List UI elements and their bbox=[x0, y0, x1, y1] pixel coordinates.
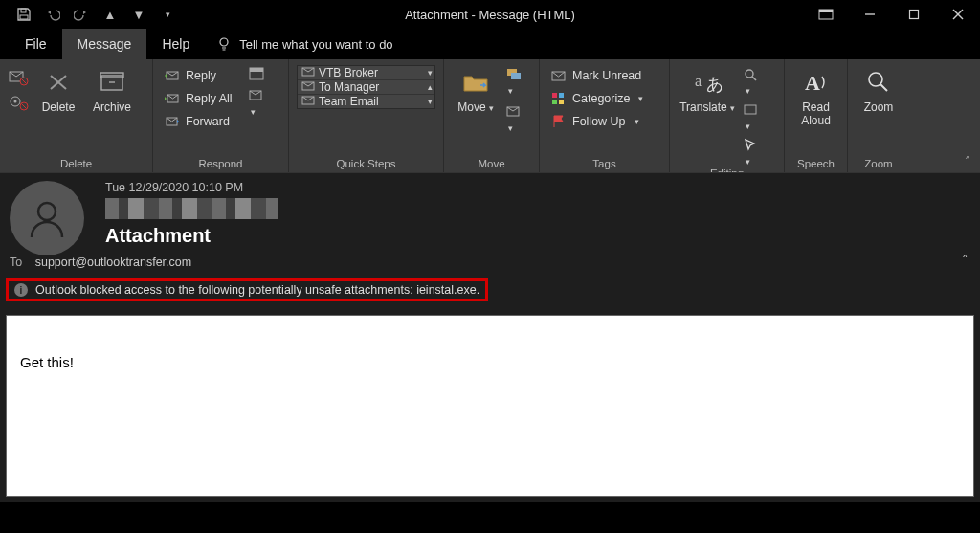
actions-icon[interactable] bbox=[505, 104, 523, 134]
group-editing: aあ Translate Editing bbox=[670, 59, 785, 172]
message-date: Tue 12/29/2020 10:10 PM bbox=[105, 181, 970, 194]
group-label-delete: Delete bbox=[8, 155, 145, 172]
svg-point-42 bbox=[746, 70, 753, 78]
info-icon: i bbox=[14, 283, 28, 297]
title-bar: ▲ ▼ ▾ Attachment - Message (HTML) bbox=[0, 0, 980, 29]
find-icon[interactable] bbox=[743, 67, 760, 97]
redo-icon[interactable] bbox=[73, 6, 90, 23]
info-bar-text: Outlook blocked access to the following … bbox=[35, 283, 479, 297]
svg-point-8 bbox=[220, 38, 228, 46]
read-aloud-button[interactable]: A Read Aloud bbox=[792, 63, 839, 127]
zoom-button[interactable]: Zoom bbox=[856, 63, 902, 114]
svg-text:A: A bbox=[805, 71, 820, 95]
group-label-zoom: Zoom bbox=[856, 155, 902, 172]
ribbon-display-options-icon[interactable] bbox=[804, 0, 848, 29]
reply-icon bbox=[165, 68, 180, 83]
window-title: Attachment - Message (HTML) bbox=[176, 8, 804, 22]
blocked-attachment-infobar[interactable]: i Outlook blocked access to the followin… bbox=[9, 281, 485, 299]
move-button[interactable]: Move bbox=[452, 63, 500, 115]
info-bar-area: i Outlook blocked access to the followin… bbox=[0, 275, 980, 309]
svg-rect-5 bbox=[910, 11, 919, 19]
ignore-icon[interactable] bbox=[8, 69, 29, 86]
tab-file[interactable]: File bbox=[10, 29, 62, 59]
archive-button[interactable]: Archive bbox=[88, 63, 136, 114]
group-label-respond: Respond bbox=[161, 155, 280, 172]
message-subject: Attachment bbox=[105, 225, 970, 247]
quick-step-item[interactable]: Team Email ▾ bbox=[298, 94, 434, 108]
rules-icon[interactable] bbox=[505, 67, 523, 97]
expand-header-icon[interactable]: ˄ bbox=[962, 253, 969, 267]
message-body-area: Get this! bbox=[0, 309, 980, 502]
group-label-quicksteps: Quick Steps bbox=[297, 155, 435, 172]
quick-step-item[interactable]: VTB Broker ▾ bbox=[298, 66, 434, 79]
minimize-button[interactable] bbox=[848, 0, 892, 29]
select-icon[interactable] bbox=[743, 138, 760, 167]
archive-icon bbox=[97, 67, 127, 98]
tell-me-search[interactable]: Tell me what you want to do bbox=[205, 29, 404, 59]
to-label: To bbox=[10, 255, 22, 269]
svg-point-15 bbox=[14, 100, 17, 103]
svg-rect-1 bbox=[20, 15, 28, 19]
close-button[interactable] bbox=[936, 0, 980, 29]
junk-icon[interactable] bbox=[8, 94, 29, 111]
group-zoom: Zoom Zoom bbox=[848, 59, 909, 172]
svg-rect-39 bbox=[559, 100, 564, 104]
svg-line-43 bbox=[752, 77, 756, 80]
categorize-button[interactable]: Categorize bbox=[547, 88, 647, 109]
svg-point-48 bbox=[38, 203, 56, 220]
undo-icon[interactable] bbox=[44, 6, 61, 23]
related-icon[interactable] bbox=[743, 102, 760, 132]
translate-button[interactable]: aあ Translate bbox=[678, 63, 737, 115]
message-header: Tue 12/29/2020 10:10 PM Attachment To su… bbox=[0, 172, 980, 275]
quick-steps-gallery[interactable]: VTB Broker ▾ To Manager ▴ Team Email ▾ bbox=[297, 65, 435, 109]
mail-icon bbox=[301, 95, 315, 108]
reply-button[interactable]: Reply bbox=[161, 65, 236, 86]
trash-icon bbox=[43, 67, 74, 98]
tab-message[interactable]: Message bbox=[62, 29, 147, 59]
zoom-icon bbox=[863, 67, 894, 98]
group-delete: Delete Archive Delete bbox=[0, 59, 153, 172]
forward-button[interactable]: Forward bbox=[161, 111, 236, 132]
save-icon[interactable] bbox=[15, 6, 33, 23]
info-bar-highlight: i Outlook blocked access to the followin… bbox=[6, 278, 488, 301]
reply-all-button[interactable]: Reply All bbox=[161, 88, 236, 109]
quick-step-item[interactable]: To Manager ▴ bbox=[298, 79, 434, 94]
group-move: Move Move bbox=[444, 59, 540, 172]
delete-button[interactable]: Delete bbox=[34, 63, 82, 114]
group-label-tags: Tags bbox=[547, 155, 661, 172]
maximize-button[interactable] bbox=[892, 0, 936, 29]
message-body[interactable]: Get this! bbox=[6, 315, 974, 497]
reply-all-icon bbox=[165, 91, 180, 106]
down-arrow-icon[interactable]: ▼ bbox=[130, 6, 147, 23]
window-controls bbox=[804, 0, 980, 29]
svg-rect-37 bbox=[559, 93, 564, 98]
message-recipients: To support@outlooktransfer.com bbox=[10, 255, 970, 269]
mail-icon bbox=[301, 66, 315, 79]
translate-icon: aあ bbox=[692, 67, 723, 98]
tab-help[interactable]: Help bbox=[146, 29, 205, 59]
up-arrow-icon[interactable]: ▲ bbox=[101, 6, 119, 23]
quick-access-toolbar: ▲ ▼ ▾ bbox=[0, 6, 176, 23]
follow-up-button[interactable]: Follow Up bbox=[547, 111, 647, 132]
collapse-ribbon-icon[interactable]: ˄ bbox=[965, 155, 970, 168]
group-respond: Reply Reply All Forward Respond bbox=[153, 59, 289, 172]
group-quick-steps: VTB Broker ▾ To Manager ▴ Team Email ▾ Q… bbox=[289, 59, 444, 172]
tell-me-label: Tell me what you want to do bbox=[239, 37, 392, 52]
svg-text:a: a bbox=[695, 73, 702, 89]
more-respond-icon[interactable] bbox=[248, 88, 267, 118]
ribbon: Delete Archive Delete Reply Reply All bbox=[0, 59, 980, 172]
qat-customize-icon[interactable]: ▾ bbox=[159, 6, 176, 23]
avatar bbox=[10, 181, 84, 255]
mark-unread-button[interactable]: Mark Unread bbox=[547, 65, 647, 86]
to-value: support@outlooktransfer.com bbox=[35, 255, 191, 269]
mail-icon bbox=[301, 80, 315, 94]
svg-rect-3 bbox=[819, 10, 833, 12]
ribbon-tabs: File Message Help Tell me what you want … bbox=[0, 29, 980, 59]
svg-rect-38 bbox=[552, 100, 557, 104]
svg-text:あ: あ bbox=[706, 75, 722, 94]
flag-icon bbox=[551, 114, 567, 129]
meeting-icon[interactable] bbox=[248, 65, 267, 82]
svg-rect-36 bbox=[552, 93, 557, 98]
folder-move-icon bbox=[460, 67, 491, 98]
read-aloud-icon: A bbox=[801, 67, 832, 98]
